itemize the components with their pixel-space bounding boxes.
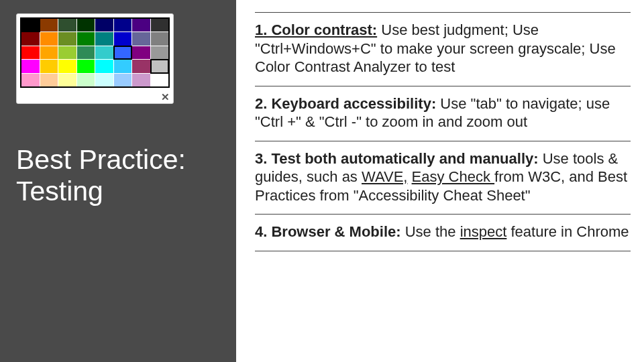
color-swatch[interactable] — [21, 74, 40, 86]
color-swatch[interactable] — [21, 19, 40, 32]
list-item: 4. Browser & Mobile: Use the inspect fea… — [255, 214, 631, 251]
color-swatch[interactable] — [40, 32, 58, 45]
color-swatch[interactable] — [95, 19, 113, 32]
sidebar: ✕ Best Practice: Testing — [0, 0, 236, 362]
color-swatch[interactable] — [95, 32, 113, 45]
color-swatch[interactable] — [151, 19, 169, 32]
color-swatch[interactable] — [77, 46, 95, 59]
color-swatch[interactable] — [95, 60, 113, 72]
item-text: feature in Chrome — [506, 223, 629, 240]
color-swatch[interactable] — [95, 74, 113, 86]
item-lead: 3. Test both automatically and manually: — [255, 150, 539, 167]
color-swatch[interactable] — [114, 46, 132, 59]
color-swatch[interactable] — [40, 74, 58, 86]
color-swatch[interactable] — [114, 19, 132, 32]
color-swatch[interactable] — [77, 60, 95, 72]
title-line-1: Best Practice: — [16, 144, 186, 175]
color-swatch[interactable] — [151, 32, 169, 45]
color-palette: ✕ — [16, 13, 174, 104]
color-swatch[interactable] — [114, 60, 132, 72]
content-area: 1. Color contrast: Use best judgment; Us… — [236, 0, 644, 362]
item-lead: 4. Browser & Mobile: — [255, 223, 401, 240]
title-line-2: Testing — [16, 176, 103, 206]
color-swatch[interactable] — [77, 74, 95, 86]
color-swatch[interactable] — [132, 32, 150, 45]
list-item: 2. Keyboard accessibility: Use "tab" to … — [255, 86, 631, 141]
color-swatch[interactable] — [58, 32, 76, 45]
link[interactable]: Easy Check — [412, 168, 495, 185]
item-text: Use the — [401, 223, 460, 240]
slide-title: Best Practice: Testing — [16, 144, 220, 207]
color-swatch[interactable] — [58, 19, 76, 32]
color-swatch[interactable] — [114, 32, 132, 45]
color-swatch[interactable] — [151, 74, 169, 86]
color-swatch[interactable] — [58, 74, 76, 86]
color-swatch[interactable] — [132, 60, 150, 72]
color-swatch[interactable] — [40, 46, 58, 59]
color-swatch[interactable] — [58, 60, 76, 72]
link[interactable]: WAVE, — [362, 168, 407, 185]
color-swatch[interactable] — [151, 46, 169, 59]
color-swatch[interactable] — [132, 46, 150, 59]
color-swatch[interactable] — [132, 19, 150, 32]
color-swatch[interactable] — [95, 46, 113, 59]
item-lead: 2. Keyboard accessibility: — [255, 95, 436, 112]
item-lead: 1. Color contrast: — [255, 21, 377, 38]
color-swatch[interactable] — [21, 46, 40, 59]
color-swatch[interactable] — [151, 60, 169, 72]
list-item: 1. Color contrast: Use best judgment; Us… — [255, 12, 631, 86]
color-swatch[interactable] — [77, 19, 95, 32]
color-swatch[interactable] — [58, 46, 76, 59]
color-swatch[interactable] — [21, 32, 40, 45]
close-icon[interactable]: ✕ — [160, 92, 170, 103]
color-swatch[interactable] — [40, 60, 58, 72]
color-swatch[interactable] — [40, 19, 58, 32]
list-item: 3. Test both automatically and manually:… — [255, 141, 631, 215]
color-swatch[interactable] — [114, 74, 132, 86]
color-swatch[interactable] — [77, 32, 95, 45]
color-swatch[interactable] — [132, 74, 150, 86]
link[interactable]: inspect — [460, 223, 507, 240]
color-swatch[interactable] — [21, 60, 40, 72]
